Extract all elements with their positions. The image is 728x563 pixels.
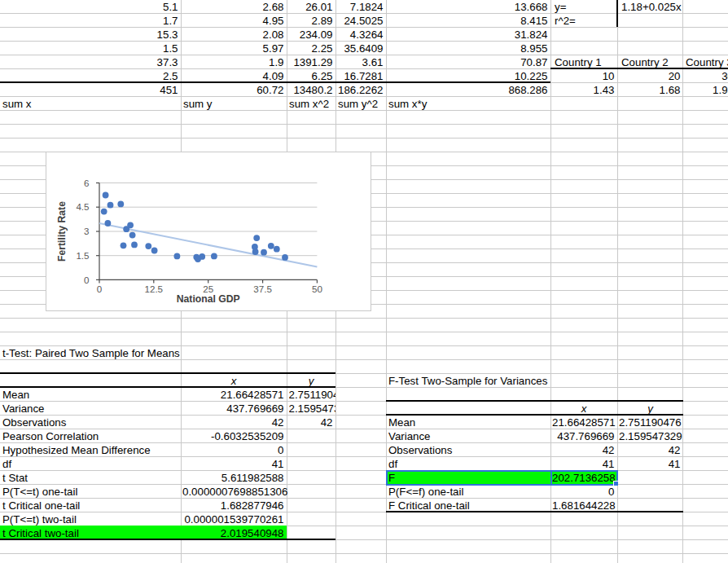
svg-text:6: 6 [84,178,89,188]
svg-text:National GDP: National GDP [177,293,240,305]
svg-text:50: 50 [312,284,322,294]
svg-text:1.5: 1.5 [76,250,89,261]
svg-text:0: 0 [97,284,102,294]
svg-text:4.5: 4.5 [76,201,89,212]
svg-text:0: 0 [84,275,89,285]
svg-text:3: 3 [84,226,89,236]
svg-text:Fertility Rate: Fertility Rate [56,201,68,262]
svg-text:37.5: 37.5 [253,284,272,294]
svg-text:12.5: 12.5 [145,284,164,294]
